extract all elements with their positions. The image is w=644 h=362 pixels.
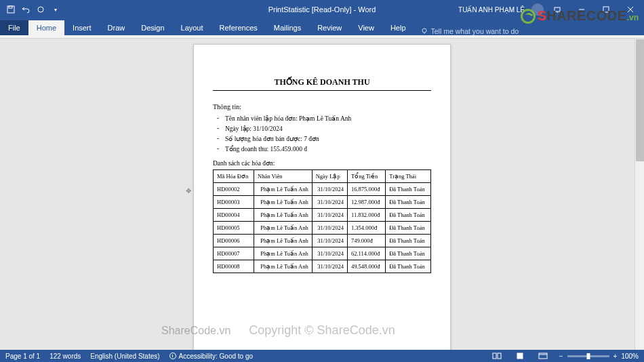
quick-access-toolbar: ▾ xyxy=(0,3,66,16)
table-cell: HD00002 xyxy=(214,183,254,196)
tab-design[interactable]: Design xyxy=(133,20,172,35)
redo-icon[interactable] xyxy=(34,3,47,16)
table-cell: 12.987.000đ xyxy=(347,196,385,209)
table-cell: Đã Thanh Toán xyxy=(386,183,431,196)
table-cell: HD00008 xyxy=(214,260,254,273)
print-layout-icon[interactable] xyxy=(513,351,527,361)
table-cell: Phạm Lê Tuấn Anh xyxy=(254,235,313,247)
table-cell: Phạm Lê Tuấn Anh xyxy=(254,183,313,196)
web-layout-icon[interactable] xyxy=(536,351,550,361)
zoom-in-icon[interactable]: + xyxy=(613,353,618,360)
scrollbar-thumb[interactable] xyxy=(636,39,644,161)
doc-heading: THỐNG KÊ DOANH THU xyxy=(213,77,431,91)
table-cell: HD00007 xyxy=(214,247,254,260)
info-list: Tên nhân viên lập hóa đơn: Phạm Lê Tuấn … xyxy=(213,115,431,153)
table-cell: HD00003 xyxy=(214,196,254,209)
table-cell: 31/10/2024 xyxy=(312,222,347,235)
table-label: Danh sách các hóa đơn: xyxy=(213,159,431,167)
qat-dropdown-icon[interactable]: ▾ xyxy=(49,3,62,16)
user-name: TUẤN ANH PHẠM LÊ xyxy=(458,6,525,14)
read-mode-icon[interactable] xyxy=(490,351,504,361)
table-cell: Đã Thanh Toán xyxy=(386,222,431,235)
table-row: HD00005Phạm Lê Tuấn Anh31/10/20241.354.0… xyxy=(214,222,431,235)
table-cell: 31/10/2024 xyxy=(312,196,347,209)
info-label: Thông tin: xyxy=(213,103,431,110)
table-header-cell: Nhân Viên xyxy=(254,170,313,183)
tab-draw[interactable]: Draw xyxy=(100,20,134,35)
table-header-cell: Ngày Lập xyxy=(312,170,347,183)
table-header-cell: Trạng Thái xyxy=(386,170,431,183)
language[interactable]: English (United States) xyxy=(90,353,159,360)
list-item: Số lượng hóa đơn bán được: 7 đơn xyxy=(225,135,431,142)
table-row: HD00007Phạm Lê Tuấn Anh31/10/202462.114.… xyxy=(214,247,431,260)
svg-rect-11 xyxy=(498,353,501,359)
word-count[interactable]: 122 words xyxy=(49,353,81,360)
tab-home[interactable]: Home xyxy=(28,20,64,35)
table-cell: Đã Thanh Toán xyxy=(386,196,431,209)
svg-rect-12 xyxy=(517,353,523,359)
table-cell: 11.832.000đ xyxy=(347,209,385,222)
zoom-slider[interactable] xyxy=(567,355,609,357)
svg-rect-10 xyxy=(493,353,496,359)
tell-me-search[interactable]: Tell me what you want to do xyxy=(414,27,526,35)
invoice-table: Mã Hóa ĐơnNhân ViênNgày LậpTổng TiềnTrạn… xyxy=(213,169,431,273)
table-header-cell: Tổng Tiền xyxy=(347,170,385,183)
tab-help[interactable]: Help xyxy=(382,20,414,35)
table-cell: 1.354.000đ xyxy=(347,222,385,235)
tab-view[interactable]: View xyxy=(350,20,382,35)
table-anchor-icon: ✥ xyxy=(186,187,191,193)
svg-point-8 xyxy=(422,28,426,33)
tab-layout[interactable]: Layout xyxy=(173,20,212,35)
tab-mailings[interactable]: Mailings xyxy=(266,20,309,35)
table-cell: 31/10/2024 xyxy=(312,260,347,273)
table-row: HD00004Phạm Lê Tuấn Anh31/10/202411.832.… xyxy=(214,209,431,222)
tab-review[interactable]: Review xyxy=(309,20,350,35)
svg-rect-1 xyxy=(9,6,12,8)
table-cell: 31/10/2024 xyxy=(312,209,347,222)
tab-insert[interactable]: Insert xyxy=(64,20,100,35)
table-cell: HD00004 xyxy=(214,209,254,222)
table-row: HD00008Phạm Lê Tuấn Anh31/10/202449.548.… xyxy=(214,260,431,273)
list-item: Ngày lập: 31/10/2024 xyxy=(225,125,431,132)
page[interactable]: THỐNG KÊ DOANH THU Thông tin: Tên nhân v… xyxy=(193,44,451,350)
table-cell: Phạm Lê Tuấn Anh xyxy=(254,196,313,209)
list-item: Tên nhân viên lập hóa đơn: Phạm Lê Tuấn … xyxy=(225,115,431,122)
page-count[interactable]: Page 1 of 1 xyxy=(5,353,40,360)
save-icon[interactable] xyxy=(4,3,18,16)
zoom-control[interactable]: − + 100% xyxy=(559,353,639,360)
tab-file[interactable]: File xyxy=(0,20,28,35)
table-row: HD00006Phạm Lê Tuấn Anh31/10/2024749.000… xyxy=(214,235,431,247)
zoom-out-icon[interactable]: − xyxy=(559,353,563,360)
table-cell: Đã Thanh Toán xyxy=(386,247,431,260)
accessibility-status[interactable]: Accessibility: Good to go xyxy=(169,353,254,360)
table-row: HD00003Phạm Lê Tuấn Anh31/10/202412.987.… xyxy=(214,196,431,209)
table-row: HD00002Phạm Lê Tuấn Anh31/10/202416.875.… xyxy=(214,183,431,196)
zoom-level[interactable]: 100% xyxy=(621,353,639,360)
table-cell: Đã Thanh Toán xyxy=(386,235,431,247)
table-header-cell: Mã Hóa Đơn xyxy=(214,170,254,183)
svg-rect-13 xyxy=(539,353,547,359)
table-cell: HD00006 xyxy=(214,235,254,247)
tab-references[interactable]: References xyxy=(212,20,266,35)
lightbulb-icon xyxy=(421,28,428,35)
table-cell: 31/10/2024 xyxy=(312,235,347,247)
watermark-copyright: Copyright © ShareCode.vn xyxy=(249,323,395,338)
sharecode-logo: SHARECODE.vn xyxy=(521,8,639,24)
table-cell: 16.875.000đ xyxy=(347,183,385,196)
table-cell: 62.114.000đ xyxy=(347,247,385,260)
watermark-small: ShareCode.vn xyxy=(161,325,230,337)
svg-point-2 xyxy=(38,7,43,12)
table-cell: HD00005 xyxy=(214,222,254,235)
table-cell: Đã Thanh Toán xyxy=(386,209,431,222)
vertical-scrollbar[interactable] xyxy=(635,39,644,350)
window-title: PrintStatistic [Read-Only] - Word xyxy=(268,5,376,14)
document-workspace: THỐNG KÊ DOANH THU Thông tin: Tên nhân v… xyxy=(0,39,644,350)
table-cell: 31/10/2024 xyxy=(312,247,347,260)
status-bar: Page 1 of 1 122 words English (United St… xyxy=(0,350,644,362)
table-cell: Phạm Lê Tuấn Anh xyxy=(254,260,313,273)
undo-icon[interactable] xyxy=(19,3,33,16)
logo-recycle-icon xyxy=(521,9,536,24)
table-cell: Phạm Lê Tuấn Anh xyxy=(254,209,313,222)
accessibility-icon xyxy=(169,353,176,359)
table-cell: 749.000đ xyxy=(347,235,385,247)
